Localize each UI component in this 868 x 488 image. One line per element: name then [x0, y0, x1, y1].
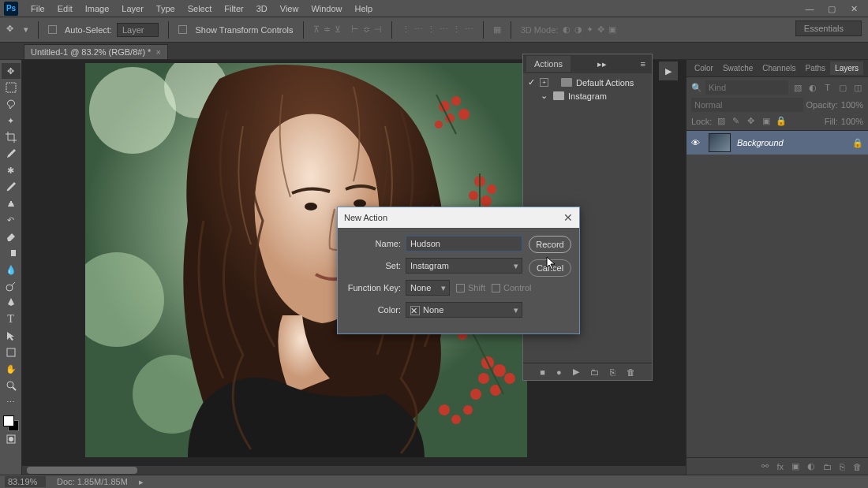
panel-menu-icon[interactable]: ≡ [863, 64, 868, 73]
menu-layer[interactable]: Layer [115, 4, 150, 13]
zoom-tool[interactable] [2, 378, 21, 393]
stop-button-icon[interactable]: ■ [540, 367, 545, 377]
distribute-5-icon[interactable]: ⋮ [452, 24, 461, 35]
new-action-icon[interactable]: ⎘ [610, 367, 615, 377]
dodge-tool[interactable] [2, 278, 21, 294]
zoom-level-input[interactable]: 83.19% [5, 476, 46, 487]
menu-type[interactable]: Type [150, 4, 181, 13]
layer-group-icon[interactable]: 🗀 [823, 462, 832, 471]
tab-layers[interactable]: Layers [830, 61, 863, 75]
lasso-tool[interactable] [2, 96, 21, 112]
blend-mode-dropdown[interactable]: Normal [691, 98, 803, 112]
distribute-3-icon[interactable]: ⋮ [427, 24, 436, 35]
layer-thumbnail[interactable] [709, 133, 731, 152]
tab-color[interactable]: Color [690, 61, 718, 75]
layer-fx-icon[interactable]: fx [776, 462, 784, 471]
distribute-4-icon[interactable]: ⋯ [440, 24, 448, 35]
tool-preset-dropdown-icon[interactable]: ▾ [24, 24, 28, 35]
spot-heal-tool[interactable]: ✱ [2, 162, 21, 178]
function-key-dropdown[interactable]: None▾ [406, 280, 450, 296]
record-button[interactable]: Record [529, 236, 571, 253]
menu-help[interactable]: Help [349, 4, 380, 13]
layer-row-background[interactable]: 👁 Background 🔒 [687, 131, 868, 155]
filter-pixel-icon[interactable]: ▧ [791, 82, 803, 94]
window-close-button[interactable]: ✕ [843, 2, 865, 16]
hand-tool[interactable]: ✋ [2, 361, 21, 377]
menu-window[interactable]: Window [305, 4, 348, 13]
action-name-input[interactable]: Hudson [406, 236, 522, 251]
mode3d-1-icon[interactable]: ◐ [563, 24, 571, 35]
menu-3d[interactable]: 3D [250, 4, 274, 13]
action-expand-icon[interactable]: + [540, 78, 548, 87]
mode3d-buttons[interactable]: ◐◑✦✥▣ [563, 24, 616, 35]
filter-adjust-icon[interactable]: ◐ [806, 82, 818, 94]
clone-stamp-tool[interactable] [2, 196, 21, 211]
edit-toolbar[interactable]: ⋯ [2, 394, 21, 410]
auto-select-checkbox[interactable] [48, 25, 57, 34]
document-tab-close-icon[interactable]: × [155, 47, 160, 57]
actions-panel-collapse-icon[interactable]: ▸▸ [591, 59, 613, 69]
horizontal-scrollbar[interactable] [22, 466, 686, 475]
mode3d-3-icon[interactable]: ✦ [586, 24, 593, 35]
layer-name[interactable]: Background [737, 138, 846, 147]
delete-layer-icon[interactable]: 🗑 [853, 462, 862, 471]
align-buttons[interactable]: ⊼≑⊻ ⊢≎⊣ [313, 24, 382, 35]
dialog-close-icon[interactable]: ✕ [563, 211, 573, 224]
align-hcenter-icon[interactable]: ≎ [363, 24, 370, 35]
shape-tool[interactable] [2, 345, 21, 360]
lock-transparent-icon[interactable]: ▨ [715, 115, 727, 127]
layer-mask-icon[interactable]: ▣ [791, 461, 799, 471]
quick-mask-toggle[interactable] [2, 431, 21, 447]
menu-edit[interactable]: Edit [51, 4, 79, 13]
window-minimize-button[interactable]: — [799, 2, 821, 16]
status-dropdown-icon[interactable]: ▸ [139, 477, 144, 487]
type-tool[interactable]: T [2, 311, 21, 327]
actions-panel-tab[interactable]: Actions [526, 56, 571, 72]
mode3d-4-icon[interactable]: ✥ [597, 24, 604, 35]
dialog-titlebar[interactable]: New Action ✕ [338, 207, 579, 228]
color-swatches[interactable] [3, 415, 19, 431]
action-set-default[interactable]: ✓ + Default Actions [523, 76, 652, 89]
crop-tool[interactable] [2, 129, 21, 145]
auto-select-target-dropdown[interactable]: Layer [117, 23, 159, 37]
lock-position-icon[interactable]: ✥ [745, 115, 757, 127]
workspace-dropdown[interactable]: Essentials [795, 20, 862, 36]
action-toggle-check-icon[interactable]: ✓ [526, 77, 536, 88]
layer-visibility-icon[interactable]: 👁 [691, 138, 702, 147]
magic-wand-tool[interactable]: ✦ [2, 113, 21, 129]
align-right-icon[interactable]: ⊣ [374, 24, 382, 35]
path-select-tool[interactable] [2, 328, 21, 344]
align-vcenter-icon[interactable]: ≑ [324, 24, 331, 35]
pen-tool[interactable] [2, 295, 21, 311]
distribute-6-icon[interactable]: ⋯ [465, 24, 473, 35]
tab-paths[interactable]: Paths [801, 61, 831, 75]
distribute-1-icon[interactable]: ⋮ [402, 24, 410, 35]
menu-filter[interactable]: Filter [218, 4, 249, 13]
eyedropper-tool[interactable] [2, 146, 21, 162]
align-left-icon[interactable]: ⊢ [351, 24, 359, 35]
collapsed-panel-icon[interactable]: ▶ [659, 61, 678, 80]
align-top-icon[interactable]: ⊼ [313, 24, 320, 35]
distribute-buttons[interactable]: ⋮⋯⋮ ⋯⋮⋯ [402, 24, 473, 35]
set-dropdown[interactable]: Instagram▾ [406, 258, 522, 274]
filter-shape-icon[interactable]: ▢ [836, 82, 848, 94]
filter-type-icon[interactable]: T [821, 82, 833, 94]
lock-all-icon[interactable]: 🔒 [775, 115, 787, 127]
tab-swatches[interactable]: Swatche [718, 61, 758, 75]
delete-icon[interactable]: 🗑 [627, 367, 635, 377]
distribute-2-icon[interactable]: ⋯ [414, 24, 423, 35]
marquee-tool[interactable] [2, 80, 21, 95]
tab-channels[interactable]: Channels [758, 61, 800, 75]
action-collapse-icon[interactable]: ⌄ [541, 91, 549, 101]
layer-filter-kind-dropdown[interactable]: Kind [705, 80, 788, 95]
document-tab[interactable]: Untitled-1 @ 83.2% (RGB/8#) * × [24, 44, 168, 59]
adjustment-layer-icon[interactable]: ◐ [807, 461, 815, 471]
link-layers-icon[interactable]: ⚯ [761, 461, 769, 471]
window-maximize-button[interactable]: ▢ [821, 2, 843, 16]
color-dropdown[interactable]: ✕None▾ [406, 302, 522, 318]
play-button-icon[interactable]: ▶ [573, 367, 579, 377]
eraser-tool[interactable] [2, 229, 21, 244]
align-bottom-icon[interactable]: ⊻ [335, 24, 341, 35]
lock-pixels-icon[interactable]: ✎ [730, 115, 742, 127]
shift-checkbox[interactable]: Shift [456, 283, 485, 292]
